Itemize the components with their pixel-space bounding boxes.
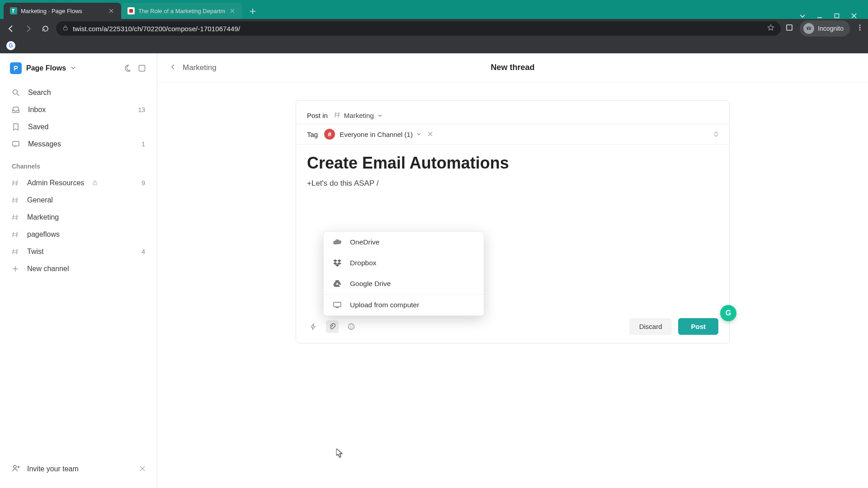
sidebar-item-label: Saved bbox=[28, 123, 48, 131]
lightning-icon[interactable] bbox=[307, 320, 320, 333]
invite-team-button[interactable]: Invite your team bbox=[0, 455, 157, 488]
channel-selector[interactable]: Marketing bbox=[334, 112, 382, 119]
svg-rect-11 bbox=[13, 141, 19, 146]
page-title: New thread bbox=[491, 63, 534, 72]
close-icon[interactable] bbox=[140, 465, 145, 473]
tab-title: Marketing · Page Flows bbox=[21, 8, 104, 14]
chevron-left-icon bbox=[170, 63, 176, 72]
channel-name: pageflows bbox=[27, 230, 60, 239]
google-drive-icon bbox=[333, 279, 342, 288]
channel-admin-resources[interactable]: Admin Resources 9 bbox=[0, 174, 157, 192]
sidebar-item-label: Messages bbox=[28, 140, 61, 148]
window-minimize-icon[interactable] bbox=[816, 13, 823, 19]
attach-menu-label: Upload from computer bbox=[350, 301, 419, 309]
svg-rect-14 bbox=[334, 302, 341, 307]
url-text: twist.com/a/225310/ch/702200/compose/-17… bbox=[73, 25, 240, 33]
close-icon[interactable] bbox=[428, 130, 433, 138]
sidebar-item-search[interactable]: Search bbox=[4, 84, 153, 101]
workspace-switcher[interactable]: P Page Flows bbox=[0, 62, 157, 80]
svg-point-10 bbox=[13, 90, 18, 94]
star-icon[interactable] bbox=[767, 24, 774, 33]
sort-toggle[interactable] bbox=[714, 131, 718, 137]
sidebar-item-inbox[interactable]: Inbox 13 bbox=[4, 101, 153, 118]
attach-menu-label: Google Drive bbox=[350, 280, 391, 288]
sidebar-item-label: Inbox bbox=[28, 106, 46, 114]
attach-onedrive[interactable]: OneDrive bbox=[324, 232, 484, 253]
tag-chip[interactable]: # Everyone in Channel (1) bbox=[324, 129, 433, 140]
lock-icon bbox=[62, 24, 68, 33]
lock-icon bbox=[92, 179, 98, 187]
tab-title: The Role of a Marketing Departm bbox=[138, 8, 225, 14]
chevron-down-icon bbox=[416, 130, 421, 138]
grammarly-badge[interactable]: G bbox=[720, 305, 736, 321]
attach-menu: OneDrive Dropbox Google Drive Upload fro… bbox=[323, 231, 484, 316]
channel-name: Marketing bbox=[344, 112, 374, 119]
plus-icon bbox=[12, 265, 20, 272]
menu-icon[interactable] bbox=[856, 24, 863, 33]
sidebar-item-messages[interactable]: Messages 1 bbox=[4, 136, 153, 153]
svg-point-7 bbox=[859, 27, 861, 28]
channel-name: Marketing bbox=[27, 213, 59, 221]
post-in-label: Post in bbox=[307, 112, 328, 119]
browser-tab-active[interactable]: Marketing · Page Flows bbox=[4, 3, 121, 19]
sidebar-item-label: Search bbox=[28, 89, 51, 97]
attach-dropbox[interactable]: Dropbox bbox=[324, 253, 484, 273]
channel-pageflows[interactable]: pageflows bbox=[0, 226, 157, 243]
tag-badge-icon: # bbox=[324, 129, 335, 140]
sidebar-item-saved[interactable]: Saved bbox=[4, 118, 153, 136]
checkbox-icon[interactable] bbox=[137, 63, 147, 73]
dropbox-icon bbox=[333, 258, 342, 267]
svg-point-5 bbox=[809, 28, 811, 30]
window-maximize-icon[interactable] bbox=[834, 13, 840, 19]
channel-marketing[interactable]: Marketing bbox=[0, 209, 157, 226]
channel-general[interactable]: General bbox=[0, 192, 157, 209]
workspace-badge: P bbox=[10, 62, 22, 74]
thread-title-input[interactable]: Create Email Automations bbox=[296, 145, 729, 176]
browser-toolbar: twist.com/a/225310/ch/702200/compose/-17… bbox=[0, 19, 868, 38]
attachment-icon[interactable] bbox=[326, 320, 339, 333]
google-bookmark-icon[interactable]: G bbox=[6, 41, 15, 50]
computer-icon bbox=[333, 300, 342, 310]
twist-favicon bbox=[10, 7, 17, 14]
window-close-icon[interactable] bbox=[851, 13, 857, 19]
close-icon[interactable] bbox=[108, 7, 115, 14]
back-button[interactable] bbox=[5, 22, 17, 35]
svg-point-16 bbox=[350, 325, 351, 326]
tab-strip: Marketing · Page Flows The Role of a Mar… bbox=[0, 0, 868, 19]
new-tab-button[interactable] bbox=[245, 4, 260, 19]
emoji-icon[interactable] bbox=[345, 320, 358, 333]
browser-tab[interactable]: The Role of a Marketing Departm bbox=[121, 3, 242, 19]
compose-card: Post in Marketing Tag # Everyone in Chan… bbox=[296, 100, 730, 343]
attach-upload-computer[interactable]: Upload from computer bbox=[324, 295, 484, 315]
compose-footer: Discard Post bbox=[296, 312, 729, 343]
address-bar[interactable]: twist.com/a/225310/ch/702200/compose/-17… bbox=[56, 21, 781, 36]
reload-button[interactable] bbox=[39, 22, 52, 35]
discard-button[interactable]: Discard bbox=[629, 318, 672, 335]
forward-button[interactable] bbox=[22, 22, 34, 35]
channel-name: Twist bbox=[27, 248, 43, 256]
chevron-down-icon bbox=[377, 112, 382, 119]
hash-icon bbox=[12, 231, 20, 238]
count-badge: 13 bbox=[138, 106, 145, 113]
attach-google-drive[interactable]: Google Drive bbox=[324, 273, 484, 294]
svg-point-17 bbox=[352, 325, 353, 326]
svg-point-13 bbox=[14, 465, 16, 468]
svg-rect-9 bbox=[139, 66, 145, 71]
attach-menu-label: Dropbox bbox=[350, 259, 377, 267]
chevron-down-icon[interactable] bbox=[799, 13, 806, 19]
hash-icon bbox=[12, 197, 20, 204]
close-icon[interactable] bbox=[229, 7, 236, 14]
hash-icon bbox=[12, 179, 20, 187]
sidebar: P Page Flows Search Inbox 13 Saved bbox=[0, 53, 157, 488]
extensions-icon[interactable] bbox=[785, 23, 793, 33]
post-button[interactable]: Post bbox=[678, 318, 718, 335]
bookmark-bar: G bbox=[0, 38, 868, 53]
moon-icon[interactable] bbox=[123, 63, 132, 73]
onedrive-icon bbox=[333, 238, 342, 247]
incognito-indicator[interactable]: Incognito bbox=[800, 20, 850, 37]
back-breadcrumb[interactable]: Marketing bbox=[170, 63, 217, 72]
invite-label: Invite your team bbox=[27, 465, 79, 473]
channel-twist[interactable]: Twist 4 bbox=[0, 243, 157, 260]
channels-section-label: Channels bbox=[0, 153, 157, 174]
new-channel-button[interactable]: New channel bbox=[0, 260, 157, 277]
